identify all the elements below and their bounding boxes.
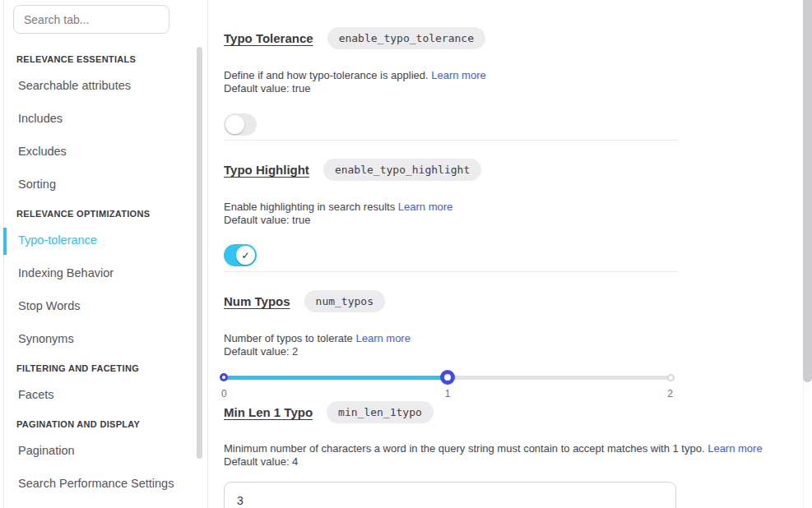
slider-label-mid: 1 — [445, 388, 451, 399]
slider-min-endpoint — [220, 373, 228, 381]
setting-code-badge: enable_typo_highlight — [323, 159, 481, 181]
setting-description: Number of typos to tolerate Learn more D… — [224, 332, 411, 358]
sidebar-item-search-performance-settings[interactable]: Search Performance Settings — [18, 477, 174, 490]
active-item-indicator — [3, 228, 7, 255]
setting-description: Minimum number of characters a word in t… — [224, 442, 763, 469]
typo-tolerance-toggle[interactable]: ✓ — [224, 113, 257, 136]
toggle-knob: ✓ — [236, 246, 255, 265]
learn-more-link[interactable]: Learn more — [398, 201, 452, 213]
typo-highlight-toggle[interactable]: ✓ — [224, 244, 257, 266]
learn-more-link[interactable]: Learn more — [431, 69, 485, 81]
setting-num-typos-header: Num Typos num_typos — [224, 290, 385, 312]
setting-description: Define if and how typo-tolerance is appl… — [224, 69, 486, 95]
toggle-knob: ✓ — [225, 115, 244, 134]
setting-title-typo-highlight[interactable]: Typo Highlight — [224, 163, 309, 177]
main-scrollbar-thumb[interactable] — [803, 0, 812, 382]
setting-code-badge: num_typos — [304, 290, 385, 312]
learn-more-link[interactable]: Learn more — [355, 332, 410, 344]
section-header-pagination-display: PAGINATION AND DISPLAY — [16, 419, 140, 429]
default-value-text: Default value: 4 — [224, 455, 763, 469]
slider-fill — [224, 376, 448, 380]
setting-code-badge: enable_typo_tolerance — [327, 27, 485, 49]
slider-handle[interactable] — [440, 370, 455, 385]
setting-typo-tolerance-header: Typo Tolerance enable_typo_tolerance — [224, 27, 485, 49]
num-typos-slider — [224, 371, 671, 384]
learn-more-link[interactable]: Learn more — [708, 442, 762, 455]
setting-title-typo-tolerance[interactable]: Typo Tolerance — [224, 31, 313, 45]
setting-typo-highlight-header: Typo Highlight enable_typo_highlight — [224, 159, 481, 181]
setting-code-badge: min_len_1typo — [327, 401, 434, 423]
sidebar-item-stop-words[interactable]: Stop Words — [18, 299, 81, 312]
default-value-text: Default value: 2 — [224, 345, 411, 358]
sidebar-item-facets[interactable]: Facets — [18, 388, 54, 401]
settings-panel: Typo Tolerance enable_typo_tolerance Def… — [209, 0, 812, 508]
sidebar-item-pagination[interactable]: Pagination — [18, 444, 75, 457]
setting-title-min-len-1-typo[interactable]: Min Len 1 Typo — [224, 405, 313, 419]
sidebar-item-includes[interactable]: Includes — [18, 112, 63, 125]
slider-label-min: 0 — [221, 388, 227, 399]
section-header-relevance-essentials: RELEVANCE ESSENTIALS — [16, 54, 136, 64]
section-header-relevance-optimizations: RELEVANCE OPTIMIZATIONS — [16, 209, 150, 219]
setting-description: Enable highlighting in search results Le… — [224, 201, 452, 227]
sidebar-scrollbar-thumb[interactable] — [197, 47, 202, 459]
default-value-text: Default value: true — [224, 214, 452, 227]
slider-label-max: 2 — [667, 388, 673, 399]
main-scrollbar-track[interactable] — [803, 0, 812, 508]
default-value-text: Default value: true — [224, 82, 486, 95]
sidebar-item-typo-tolerance[interactable]: Typo-tolerance — [18, 233, 97, 247]
slider-tick-labels: 0 1 2 — [224, 388, 671, 399]
description-text: Enable highlighting in search results — [224, 201, 395, 213]
description-text: Define if and how typo-tolerance is appl… — [224, 69, 429, 81]
slider-max-endpoint — [667, 374, 675, 381]
sidebar-item-synonyms[interactable]: Synonyms — [18, 332, 74, 345]
search-input[interactable] — [13, 5, 169, 34]
min-len-1-typo-input[interactable] — [224, 482, 676, 508]
setting-min-len-1-typo-header: Min Len 1 Typo min_len_1typo — [224, 401, 434, 423]
sidebar: RELEVANCE ESSENTIALS Searchable attribut… — [0, 0, 208, 508]
setting-title-num-typos[interactable]: Num Typos — [224, 294, 290, 308]
sidebar-item-indexing-behavior[interactable]: Indexing Behavior — [18, 266, 114, 279]
section-header-filtering-faceting: FILTERING AND FACETING — [16, 363, 139, 373]
check-icon: ✓ — [241, 251, 249, 261]
sidebar-item-searchable-attributes[interactable]: Searchable attributes — [18, 79, 131, 92]
sidebar-item-excludes[interactable]: Excludes — [18, 145, 67, 158]
sidebar-item-sorting[interactable]: Sorting — [18, 178, 56, 191]
section-divider — [224, 140, 679, 141]
section-divider — [224, 271, 679, 272]
description-text: Minimum number of characters a word in t… — [224, 442, 705, 455]
description-text: Number of typos to tolerate — [224, 332, 353, 344]
